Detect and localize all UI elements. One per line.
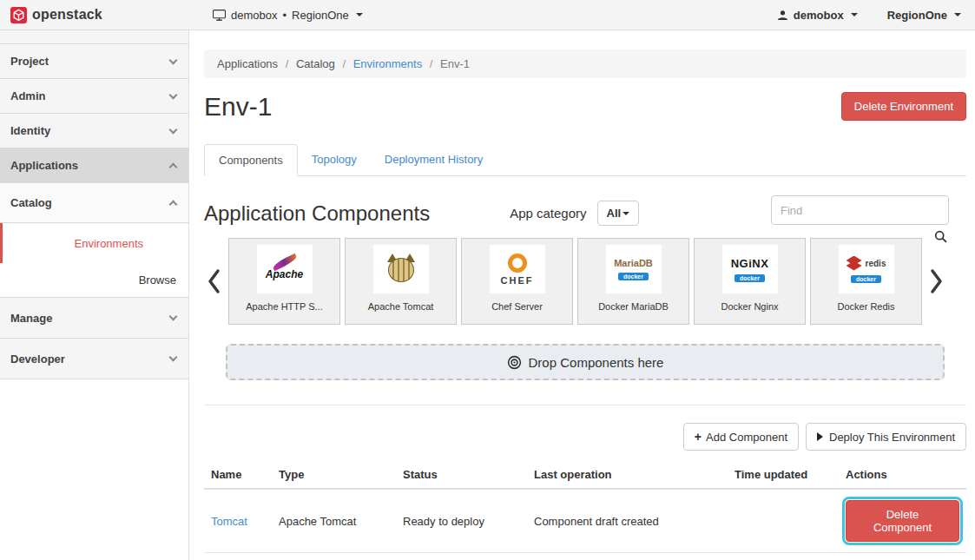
carousel-prev-button[interactable] <box>204 267 223 295</box>
components-panel: Application Components App category All <box>204 176 966 560</box>
breadcrumb-environments[interactable]: Environments <box>353 57 422 70</box>
component-type: Apache Tomcat <box>272 489 396 553</box>
breadcrumb-separator: / <box>430 57 433 70</box>
component-card-docker-nginx[interactable]: NGiNX docker Docker Nginx <box>694 238 806 325</box>
project-region-selector[interactable]: demobox • RegionOne <box>213 9 363 22</box>
sidebar-spacer <box>0 30 188 44</box>
sidebar-item-environments[interactable]: Environments <box>0 223 188 263</box>
sidebar-item-applications[interactable]: Applications <box>0 148 188 183</box>
carousel-next-button[interactable] <box>927 267 946 295</box>
docker-badge: docker <box>735 274 765 282</box>
user-icon <box>777 10 788 21</box>
app-category-label: App category <box>510 206 586 221</box>
chevron-right-icon <box>930 267 944 295</box>
find-input[interactable] <box>771 195 949 225</box>
card-label: Apache Tomcat <box>368 301 434 312</box>
sidebar-item-admin[interactable]: Admin <box>0 79 188 114</box>
col-name: Name <box>204 461 272 489</box>
sidebar-item-label: Manage <box>10 312 52 325</box>
panel-head: Application Components App category All <box>204 201 966 226</box>
redis-cubes-icon <box>847 256 862 271</box>
logo-text: NGiNX <box>731 257 769 270</box>
user-menu[interactable]: demobox <box>777 9 858 22</box>
monitor-icon <box>213 10 226 21</box>
title-row: Env-1 Delete Environment <box>204 92 966 122</box>
panel-title: Application Components <box>204 201 430 226</box>
component-card-chef-server[interactable]: CHEF Chef Server <box>461 238 573 325</box>
card-label: Chef Server <box>491 301 543 312</box>
delete-environment-button[interactable]: Delete Environment <box>841 92 966 121</box>
component-name-link[interactable]: Tomcat <box>211 515 247 528</box>
region-menu[interactable]: RegionOne <box>887 9 961 22</box>
logo-text: MariaDB <box>614 258 653 268</box>
sidebar-item-browse[interactable]: Browse <box>0 263 188 298</box>
breadcrumb-catalog[interactable]: Catalog <box>296 57 335 70</box>
tab-topology[interactable]: Topology <box>298 144 371 176</box>
chevron-down-icon <box>169 56 178 64</box>
component-status: Ready to deploy <box>396 489 527 553</box>
sidebar-item-label: Developer <box>10 352 65 366</box>
component-card-docker-redis[interactable]: redis docker Docker Redis <box>810 238 922 325</box>
logo-text: redis <box>866 259 886 268</box>
chevron-down-icon <box>851 13 858 16</box>
drop-components-zone[interactable]: Drop Components here <box>226 344 945 380</box>
component-card-apache-httpd[interactable]: Apache Apache HTTP S... <box>228 238 340 325</box>
col-actions: Actions <box>839 461 966 489</box>
apache-httpd-logo: Apache <box>257 245 313 293</box>
docker-badge: docker <box>618 273 649 280</box>
sidebar-item-identity[interactable]: Identity <box>0 114 188 148</box>
table-header-row: Name Type Status Last operation Time upd… <box>204 461 966 489</box>
chevron-down-icon <box>623 212 629 215</box>
table-row: Tomcat Apache Tomcat Ready to deploy Com… <box>204 489 966 553</box>
sidebar-item-project[interactable]: Project <box>0 44 188 79</box>
tab-deployment-history[interactable]: Deployment History <box>371 144 497 176</box>
add-component-button[interactable]: + Add Component <box>683 423 799 451</box>
sidebar-item-developer[interactable]: Developer <box>0 339 188 379</box>
sidebar-item-label: Identity <box>10 124 50 137</box>
breadcrumb: Applications / Catalog / Environments / … <box>204 49 966 78</box>
tomcat-logo <box>373 245 429 293</box>
sidebar-item-label: Catalog <box>10 196 52 209</box>
openstack-logo[interactable]: openstack <box>0 7 189 23</box>
tab-components[interactable]: Components <box>204 144 298 176</box>
target-icon <box>507 355 522 370</box>
tomcat-cat-icon <box>385 254 418 285</box>
deploy-label: Deploy This Environment <box>829 431 955 444</box>
chevron-up-icon <box>169 201 178 209</box>
delete-component-button[interactable]: Delete Component <box>846 500 959 542</box>
search-icon[interactable] <box>934 230 947 243</box>
chef-logo: CHEF <box>490 245 545 293</box>
col-last-operation: Last operation <box>527 461 728 489</box>
header-right: demobox RegionOne <box>777 9 975 22</box>
page-title: Env-1 <box>204 92 272 122</box>
chevron-down-icon <box>169 313 178 321</box>
sidebar-item-label: Applications <box>10 159 78 172</box>
component-card-apache-tomcat[interactable]: Apache Tomcat <box>345 238 457 325</box>
openstack-cube-icon <box>10 7 27 23</box>
chevron-down-icon <box>169 353 178 362</box>
logo-text: CHEF <box>501 275 534 286</box>
breadcrumb-current: Env-1 <box>440 57 470 70</box>
logo-text: Apache <box>266 268 303 280</box>
user-menu-label: demobox <box>794 9 844 22</box>
card-label: Docker Nginx <box>721 301 778 312</box>
component-time-updated <box>728 489 839 553</box>
breadcrumb-applications[interactable]: Applications <box>217 57 278 70</box>
component-cards: Apache Apache HTTP S... Apache Tomcat <box>228 238 922 325</box>
region-menu-label: RegionOne <box>887 9 947 22</box>
component-card-docker-mariadb[interactable]: MariaDB docker Docker MariaDB <box>577 238 689 325</box>
sidebar-item-manage[interactable]: Manage <box>0 298 188 339</box>
card-label: Docker MariaDB <box>598 301 669 312</box>
mariadb-logo: MariaDB docker <box>606 245 662 293</box>
category-dropdown[interactable]: All <box>597 201 640 226</box>
card-label: Docker Redis <box>837 301 894 312</box>
component-last-operation: Component draft created <box>527 489 728 553</box>
main-content: Applications / Catalog / Environments / … <box>189 30 975 560</box>
breadcrumb-separator: / <box>342 57 346 70</box>
chevron-up-icon <box>169 163 178 172</box>
deploy-environment-button[interactable]: Deploy This Environment <box>806 423 966 451</box>
context-separator: • <box>282 9 287 22</box>
section-divider <box>204 405 966 405</box>
breadcrumb-separator: / <box>286 57 289 70</box>
sidebar-item-catalog[interactable]: Catalog <box>0 183 188 223</box>
